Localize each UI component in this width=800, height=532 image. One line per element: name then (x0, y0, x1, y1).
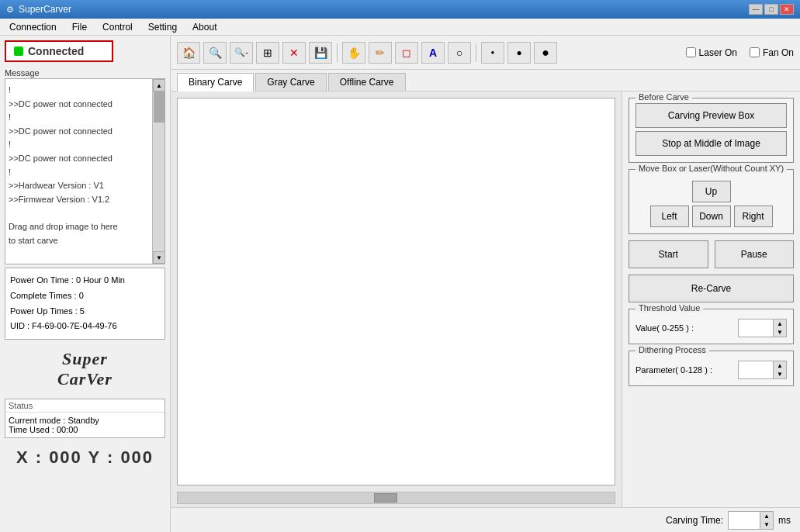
erase-button[interactable]: ◻ (395, 42, 418, 64)
menu-connection[interactable]: Connection (3, 20, 63, 34)
app-title: SuperCarver (19, 4, 71, 15)
dithering-input[interactable]: 20 (739, 361, 773, 378)
shape-button[interactable]: ○ (448, 42, 471, 64)
msg-line: ! (9, 84, 149, 98)
message-scrollbar[interactable]: ▲ ▼ (152, 79, 165, 264)
tabs-bar: Binary Carve Gray Carve Offline Carve (171, 70, 800, 92)
msg-line (9, 206, 149, 220)
move-box-label: Move Box or Laser(Without Count XY) (635, 164, 787, 173)
dithering-group: Dithering Process Parameter( 0-128 ) : 2… (629, 351, 794, 386)
recarve-button[interactable]: Re-Carve (629, 275, 794, 302)
dot-medium-button[interactable]: ● (507, 42, 531, 64)
dot-small-button[interactable]: ● (481, 42, 504, 64)
tab-offline-carve[interactable]: Offline Carve (328, 73, 406, 91)
fan-on-item: Fan On (750, 47, 794, 58)
dot-large-button[interactable]: ● (534, 42, 557, 64)
tab-binary-carve[interactable]: Binary Carve (177, 73, 254, 92)
dir-row-middle: Left Down Right (650, 206, 773, 227)
carving-time-spinbox: 50 ▲ ▼ (728, 511, 774, 530)
right-panel: 🏠 🔍 🔍- ⊞ ✕ 💾 ✋ ✏ ◻ A ○ ● ● ● Laser On (171, 36, 800, 532)
laser-on-item: Laser On (686, 47, 737, 58)
threshold-increment-button[interactable]: ▲ (774, 320, 786, 328)
before-carve-label: Before Carve (635, 92, 692, 102)
msg-line: >>DC power not connected (9, 152, 149, 166)
menu-file[interactable]: File (66, 20, 93, 34)
carving-time-input[interactable]: 50 (729, 512, 760, 529)
logo: Super CarVer (57, 349, 113, 389)
maximize-button[interactable]: □ (764, 4, 778, 15)
pause-button[interactable]: Pause (715, 240, 795, 268)
h-scroll-thumb[interactable] (374, 493, 397, 503)
dir-row-up: Up (692, 181, 731, 202)
logo-line2: CarVer (57, 369, 113, 389)
text-button[interactable]: A (421, 42, 445, 64)
threshold-decrement-button[interactable]: ▼ (774, 328, 786, 337)
fan-on-label: Fan On (763, 47, 794, 58)
dithering-row: Parameter( 0-128 ) : 20 ▲ ▼ (635, 361, 787, 379)
tab-gray-carve[interactable]: Gray Carve (255, 73, 326, 91)
dithering-spinbox-btns: ▲ ▼ (773, 361, 786, 378)
carving-time-decrement-button[interactable]: ▼ (760, 520, 773, 529)
close-button[interactable]: ✕ (780, 4, 794, 15)
msg-line: ! (9, 111, 149, 125)
current-mode: Current mode : Standby (9, 416, 161, 425)
save-button[interactable]: 💾 (309, 42, 332, 64)
carving-preview-box-button[interactable]: Carving Preview Box (635, 103, 787, 128)
connection-indicator (14, 47, 23, 56)
stop-at-middle-button[interactable]: Stop at Middle of Image (635, 131, 787, 156)
delete-button[interactable]: ✕ (282, 42, 306, 64)
menu-control[interactable]: Control (96, 20, 139, 34)
threshold-row: Value( 0-255 ) : 128 ▲ ▼ (635, 319, 787, 337)
left-button[interactable]: Left (650, 206, 689, 227)
home-button[interactable]: 🏠 (177, 42, 200, 64)
scroll-down-button[interactable]: ▼ (153, 251, 165, 264)
carving-time-increment-button[interactable]: ▲ (760, 512, 773, 520)
complete-times: Complete Times : 0 (10, 288, 160, 304)
threshold-input[interactable]: 128 (739, 320, 773, 337)
up-button[interactable]: Up (692, 181, 731, 202)
horizontal-scrollbar[interactable] (177, 492, 615, 504)
start-button[interactable]: Start (629, 240, 708, 268)
before-carve-group: Before Carve Carving Preview Box Stop at… (629, 98, 794, 163)
msg-line: to start carve (9, 234, 149, 248)
status-label: Status (5, 399, 165, 413)
scroll-up-button[interactable]: ▲ (153, 79, 165, 92)
power-on-time: Power On Time : 0 Hour 0 Min (10, 273, 160, 288)
status-content: Current mode : Standby Time Used : 00:00 (5, 413, 165, 437)
zoom-in-button[interactable]: 🔍 (203, 42, 227, 64)
logo-line1: Super (62, 349, 108, 368)
draw-button[interactable]: ✏ (369, 42, 392, 64)
canvas-area (171, 92, 622, 507)
dithering-increment-button[interactable]: ▲ (774, 361, 786, 370)
menu-about[interactable]: About (186, 20, 223, 34)
menu-bar: Connection File Control Setting About (0, 19, 800, 36)
info-section: Power On Time : 0 Hour 0 Min Complete Ti… (5, 268, 165, 340)
dithering-label: Dithering Process (635, 345, 709, 354)
message-box: ! >>DC power not connected ! >>DC power … (5, 78, 165, 264)
down-button[interactable]: Down (692, 206, 731, 227)
time-used: Time Used : 00:00 (9, 425, 161, 434)
dithering-decrement-button[interactable]: ▼ (774, 370, 786, 378)
toolbar: 🏠 🔍 🔍- ⊞ ✕ 💾 ✋ ✏ ◻ A ○ ● ● ● Laser On (171, 36, 800, 70)
threshold-label: Threshold Value (635, 303, 703, 313)
pan-button[interactable]: ✋ (342, 42, 365, 64)
fan-on-checkbox[interactable] (750, 47, 760, 57)
laser-fan-section: Laser On Fan On (686, 47, 794, 58)
zoom-out-button[interactable]: 🔍- (230, 42, 253, 64)
right-button[interactable]: Right (734, 206, 773, 227)
msg-line: ! (9, 138, 149, 152)
start-pause-row: Start Pause (629, 240, 794, 268)
message-content: ! >>DC power not connected ! >>DC power … (5, 79, 165, 264)
carving-time-bar: Carving Time: 50 ▲ ▼ ms (171, 507, 800, 532)
status-section: Status Current mode : Standby Time Used … (5, 399, 165, 438)
msg-line (9, 247, 149, 261)
minimize-button[interactable]: — (749, 4, 763, 15)
carving-time-spinbox-btns: ▲ ▼ (760, 512, 773, 529)
canvas-inner[interactable] (177, 98, 615, 485)
title-bar: ⚙ SuperCarver — □ ✕ (0, 0, 800, 19)
laser-on-checkbox[interactable] (686, 47, 696, 57)
scroll-thumb[interactable] (154, 92, 165, 123)
menu-setting[interactable]: Setting (142, 20, 183, 34)
power-up-times: Power Up Times : 5 (10, 304, 160, 320)
grid-button[interactable]: ⊞ (256, 42, 279, 64)
